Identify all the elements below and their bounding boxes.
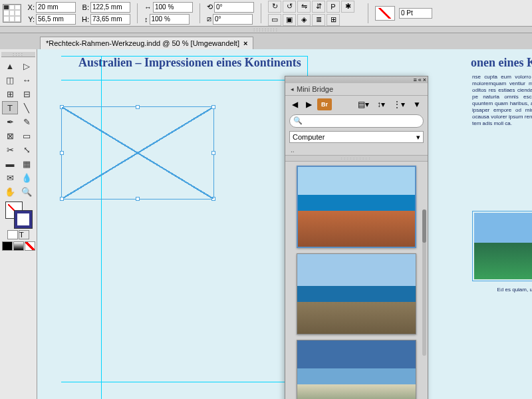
thumbnail-item[interactable]: [297, 340, 416, 399]
rectangle-tool[interactable]: ▭: [19, 129, 35, 142]
search-input[interactable]: [289, 114, 424, 128]
content-collector-tool[interactable]: ⊞: [2, 87, 18, 100]
hand-tool[interactable]: ✋: [2, 185, 18, 198]
p-icon[interactable]: P: [327, 1, 340, 13]
wrap-none-icon[interactable]: ▭: [268, 14, 281, 26]
w-label: B:: [80, 3, 89, 11]
bridge-content: [285, 162, 428, 399]
apply-text-icon[interactable]: T: [19, 230, 29, 239]
content-placer-tool[interactable]: ⊟: [19, 87, 35, 100]
stroke-weight-input[interactable]: [399, 8, 432, 19]
wrap-shape-icon[interactable]: ◈: [297, 14, 311, 26]
flip-v-icon[interactable]: ⇵: [312, 1, 325, 13]
page-tool[interactable]: ◫: [2, 73, 18, 86]
zoom-tool[interactable]: 🔍: [19, 185, 35, 198]
view-icon[interactable]: ▤▾: [355, 98, 372, 110]
bridge-divider[interactable]: ::::::::::: [285, 155, 428, 162]
panel-grip[interactable]: :::::::::: [0, 27, 532, 33]
note-tool[interactable]: ✉: [2, 171, 18, 184]
nav-forward-icon[interactable]: ▶: [303, 98, 315, 110]
rotate-icon: ⟲: [207, 3, 213, 11]
options-icon[interactable]: ⋮▾: [390, 98, 408, 110]
close-icon[interactable]: ×: [243, 39, 247, 47]
rotate-ccw-icon[interactable]: ↺: [283, 1, 296, 13]
scrollbar[interactable]: [422, 209, 426, 356]
wrap-bbox-icon[interactable]: ▣: [283, 14, 296, 26]
scale-x-icon: ↔: [144, 3, 152, 11]
color-gradient-icon[interactable]: [13, 241, 24, 251]
panel-close-icon[interactable]: ×: [423, 76, 426, 83]
mini-bridge-tab[interactable]: ◂Mini Bridge: [285, 83, 428, 96]
effects-icon[interactable]: ✱: [341, 1, 354, 13]
tab-title: *Rechteck-Rahmen-Werkzeug.indd @ 50 % [U…: [46, 39, 239, 47]
scissors-tool[interactable]: ✂: [2, 143, 18, 156]
mini-bridge-panel: ≡ « × ◂Mini Bridge ◀ ▶ Br ▤▾ ↕▾ ⋮▾ ▼ 🔍 C…: [285, 76, 428, 399]
width-input[interactable]: [90, 2, 130, 13]
location-dropdown[interactable]: Computer▾: [289, 131, 424, 143]
panel-collapse-icon[interactable]: «: [418, 76, 422, 83]
selection-tool[interactable]: ▲: [2, 59, 18, 72]
bridge-app-icon[interactable]: Br: [317, 98, 332, 110]
scale-y-icon: ↕: [144, 15, 148, 23]
color-black-icon[interactable]: [2, 241, 13, 251]
rectangle-frame[interactable]: [61, 106, 214, 200]
toolbox: :::: ▲▷ ◫↔ ⊞⊟ T╲ ✒✎ ⊠▭ ✂⤡ ▬▦ ✉💧 ✋🔍 T: [0, 49, 37, 399]
type-tool[interactable]: T: [2, 101, 18, 114]
image-frame[interactable]: [472, 211, 532, 281]
thumbnail-item[interactable]: [297, 253, 416, 334]
toolbox-grip[interactable]: ::::: [1, 52, 35, 57]
rectangle-frame-tool[interactable]: ⊠: [2, 129, 18, 142]
thumbnail-item[interactable]: [297, 166, 416, 248]
body-text: nse cupta eum volorro voluptam, corpore …: [468, 70, 532, 131]
shear-icon: ⧄: [207, 15, 211, 23]
apply-color-icon[interactable]: [7, 230, 18, 239]
y-label: Y:: [25, 15, 35, 23]
rotate-input[interactable]: [214, 2, 254, 13]
reference-point-grid[interactable]: [3, 4, 21, 23]
wrap-col-icon[interactable]: ⊞: [327, 14, 340, 26]
pencil-tool[interactable]: ✎: [19, 115, 35, 128]
eyedropper-tool[interactable]: 💧: [19, 171, 35, 184]
fill-stroke-swatch[interactable]: [5, 201, 32, 228]
x-input[interactable]: [36, 2, 76, 13]
fill-swatch[interactable]: [375, 6, 395, 21]
x-label: X:: [25, 3, 35, 11]
height-input[interactable]: [90, 14, 130, 25]
shear-input[interactable]: [213, 14, 253, 25]
nav-back-icon[interactable]: ◀: [289, 98, 301, 110]
document-tab[interactable]: *Rechteck-Rahmen-Werkzeug.indd @ 50 % [U…: [40, 37, 253, 49]
sort-icon[interactable]: ↕▾: [374, 98, 388, 110]
flip-h-icon[interactable]: ⇋: [297, 1, 311, 13]
wrap-jump-icon[interactable]: ≣: [312, 14, 325, 26]
panel-menu-icon[interactable]: ≡: [413, 76, 416, 83]
search-icon: 🔍: [293, 116, 303, 125]
pen-tool[interactable]: ✒: [2, 115, 18, 128]
color-none-icon[interactable]: [25, 241, 35, 251]
image-caption: Ed es quiam, ut poratib uscilis e: [468, 285, 532, 294]
page-heading: Australien – Impressionen eines Kontinen…: [78, 56, 301, 70]
free-transform-tool[interactable]: ⤡: [19, 143, 35, 156]
gradient-swatch-tool[interactable]: ▬: [2, 157, 18, 170]
y-input[interactable]: [36, 14, 76, 25]
rotate-cw-icon[interactable]: ↻: [268, 1, 281, 13]
page2-heading: onen eines Kontinent: [468, 56, 532, 70]
facing-page: onen eines Kontinent nse cupta eum volor…: [468, 56, 532, 399]
path-breadcrumb[interactable]: ..: [285, 145, 428, 155]
gap-tool[interactable]: ↔: [19, 73, 35, 86]
direct-selection-tool[interactable]: ▷: [19, 59, 35, 72]
filter-icon[interactable]: ▼: [410, 98, 424, 110]
gradient-feather-tool[interactable]: ▦: [19, 157, 35, 170]
h-label: H:: [80, 15, 89, 23]
line-tool[interactable]: ╲: [19, 101, 35, 114]
scale-y-input[interactable]: [150, 14, 190, 25]
scale-x-input[interactable]: [153, 2, 193, 13]
